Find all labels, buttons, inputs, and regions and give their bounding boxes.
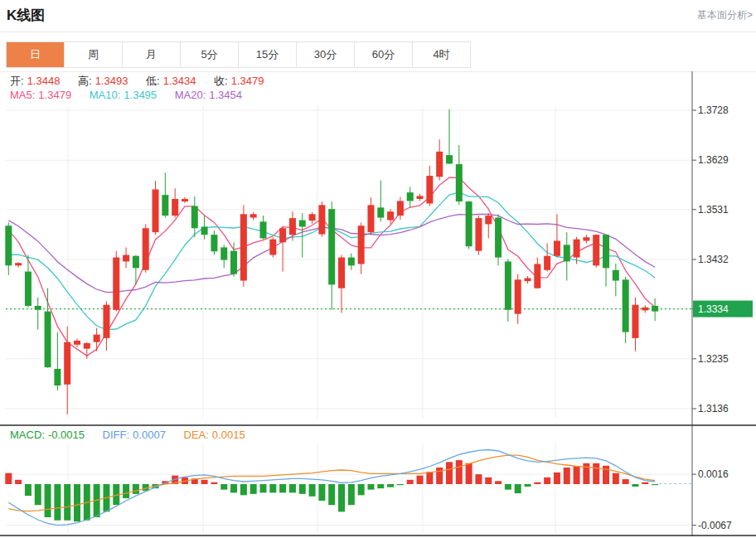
candle-body [153,189,159,232]
candle-body [143,228,149,269]
candle-body [632,305,638,338]
macd-bar [15,480,22,484]
macd-bar [397,484,404,485]
candle-body [259,221,266,238]
axis-tick-label: 1.3235 [698,353,729,365]
macd-bar [348,484,355,505]
macd-bar [5,473,12,484]
macd-bar [652,484,658,485]
macd-bar [623,479,629,484]
macd-bar [211,482,217,484]
macd-bar [475,474,482,484]
macd-bar [426,472,433,484]
macd-bar [289,484,296,492]
candle-body [25,272,32,306]
candle-body [133,256,139,269]
macd-bar [377,484,384,488]
candle-body [367,205,374,232]
candle-body [574,240,580,258]
macd-bar [466,463,472,484]
candle-body [182,199,188,201]
candle-body [74,341,80,345]
macd-bar [613,473,619,484]
macd-bar [54,484,61,521]
candle-body [5,225,12,265]
candle-body [172,199,178,216]
candle-body [299,221,306,227]
candle-body [15,263,22,265]
current-price-tag-value: 1.3334 [698,303,729,315]
macd-bar [64,484,70,521]
candle-body [123,255,129,262]
macd-bar [230,484,237,492]
candle-body [534,264,540,288]
macd-bar [485,477,492,484]
candle-body [191,206,198,229]
candle-body [338,258,345,288]
macd-bar [632,484,638,487]
candle-body [495,218,502,258]
candle-body [623,279,629,332]
candle-body [583,237,589,240]
candle-body [84,343,90,349]
candle-body [220,247,227,259]
macd-bar [642,482,648,484]
candle-body [113,258,119,310]
candle-body [328,209,335,284]
macd-bar [436,468,443,484]
candle-body [593,235,599,265]
macd-bar [358,484,365,495]
candle-body [230,251,237,274]
candle-body [279,228,286,242]
kline-chart[interactable]: 1.37281.36291.35311.34321.32351.31361.33… [0,0,756,538]
candle-body [642,308,648,311]
macd-bar [250,484,257,494]
candle-body [603,235,609,268]
candle-body [544,256,550,270]
candle-body [554,241,560,256]
macd-bar [387,484,394,487]
candle-body [387,211,394,220]
candle-body [505,261,511,309]
macd-bar [505,484,511,490]
candle-body [35,306,41,310]
candle-body [564,245,570,261]
macd-bar [456,460,463,484]
macd-bar [123,484,129,498]
macd-bar [220,484,227,490]
candle-body [240,214,247,280]
candle-body [269,240,276,255]
macd-bar [201,480,208,484]
macd-bar [603,466,609,484]
macd-bar [269,484,276,492]
macd-bar [495,481,502,484]
candle-body [377,207,384,217]
macd-bar [74,484,80,521]
macd-bar [407,480,414,484]
candle-body [515,279,521,313]
candle-body [475,218,482,251]
candle-body [211,235,217,251]
macd-bar [318,484,325,501]
candle-body [358,225,365,264]
macd-bar [259,484,266,492]
candle-body [162,195,168,216]
axis-tick-label: 1.3629 [698,154,729,166]
candle-body [525,279,531,282]
macd-bar [45,484,51,517]
axis-tick-label: 1.3136 [698,403,729,414]
candle-body [201,226,208,235]
macd-bar [525,484,531,487]
macd-bar [417,476,424,484]
macd-bar [593,463,599,484]
candle-body [94,335,100,342]
macd-bar [240,484,247,495]
macd-bar [367,484,374,490]
candle-body [309,214,316,221]
macd-bar [35,484,41,505]
macd-bar [534,482,540,484]
axis-tick-label: 1.3432 [698,254,729,265]
candle-body [426,176,433,203]
axis-tick-label: -0.0067 [698,520,732,531]
candle-body [485,216,492,224]
